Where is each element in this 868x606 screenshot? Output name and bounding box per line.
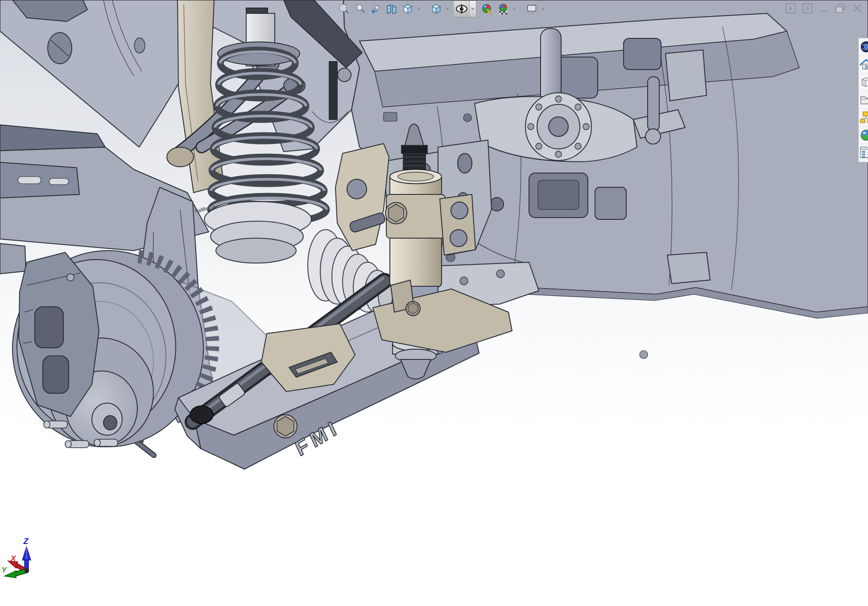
tower-bolt: [338, 68, 351, 82]
triad-y-label: Y: [1, 566, 7, 574]
zoom-fit-icon: [338, 3, 349, 15]
display-style-dropdown[interactable]: [444, 1, 451, 17]
apply-scene-dropdown[interactable]: [511, 1, 517, 17]
shaded-cube-icon: [430, 3, 442, 15]
bracket-bolt: [274, 415, 297, 438]
hide-show-items-group: [453, 0, 476, 17]
task-pane-tab-file-explorer[interactable]: [859, 91, 868, 109]
view-orientation-button[interactable]: [400, 1, 416, 17]
view-settings-button[interactable]: [524, 1, 540, 17]
triad-x-label: X: [10, 554, 17, 563]
folder-icon: [860, 93, 868, 107]
task-pane-tab-strip: [858, 38, 868, 162]
edit-appearance-button[interactable]: [479, 1, 495, 17]
task-pane-tab-resources[interactable]: [859, 56, 868, 74]
view-cube-icon: [402, 3, 413, 15]
task-pane-tab-appearances[interactable]: [859, 127, 868, 144]
bracket-bolt-2: [406, 301, 420, 316]
window-controls: [785, 3, 863, 14]
spring-isolator[interactable]: [204, 202, 311, 263]
graphics-area[interactable]: FMI: [0, 0, 868, 606]
previous-view-icon: [370, 3, 381, 15]
minimize-button[interactable]: [819, 3, 829, 14]
previous-pane-button[interactable]: [785, 3, 796, 14]
zoom-to-fit-button[interactable]: [335, 1, 351, 17]
section-view-button[interactable]: [384, 1, 400, 17]
task-pane-tab-marketplace[interactable]: [859, 38, 868, 56]
apply-scene-button[interactable]: [495, 1, 511, 17]
clamp-bolt: [385, 202, 407, 224]
next-pane-button[interactable]: [802, 3, 813, 14]
zoom-to-area-button[interactable]: [351, 1, 368, 17]
eye-icon: [455, 3, 468, 15]
appearance-sphere-pencil-icon: [481, 3, 493, 15]
scene-sphere-icon: [497, 3, 509, 15]
triad-origin: [25, 569, 29, 573]
appearances-sphere-icon: [860, 128, 868, 142]
task-pane-tab-view-palette[interactable]: [859, 109, 868, 127]
restore-button[interactable]: [835, 3, 846, 14]
marketplace-globe-icon: [860, 40, 868, 54]
hide-show-items-dropdown[interactable]: [470, 1, 476, 17]
hide-show-items-button[interactable]: [454, 1, 470, 17]
orientation-triad: Z X Y: [0, 535, 58, 593]
close-button[interactable]: [851, 3, 863, 14]
task-pane-tab-design-library[interactable]: [859, 74, 868, 91]
display-style-button[interactable]: [428, 1, 444, 17]
shock-shaft-upper: [329, 62, 337, 120]
checkerboard: [499, 11, 507, 14]
home-icon: [860, 58, 868, 71]
solidworks-viewport-window: FMI: [0, 0, 868, 606]
previous-view-button[interactable]: [368, 1, 384, 17]
triad-z-label: Z: [23, 537, 29, 546]
view-palette-icon: [860, 111, 868, 124]
view-settings-dropdown[interactable]: [540, 1, 546, 17]
monitor-icon: [526, 3, 537, 15]
task-pane-tab-custom-properties[interactable]: [859, 144, 868, 162]
view-orientation-dropdown[interactable]: [416, 1, 422, 17]
section-view-icon: [386, 3, 397, 15]
design-library-icon: [860, 75, 868, 89]
triad-y-axis: [4, 571, 26, 578]
heads-up-view-toolbar: [335, 0, 546, 17]
custom-properties-icon: [860, 146, 868, 159]
ball-joint-boot: [167, 147, 194, 167]
zoom-area-icon: [354, 3, 365, 15]
